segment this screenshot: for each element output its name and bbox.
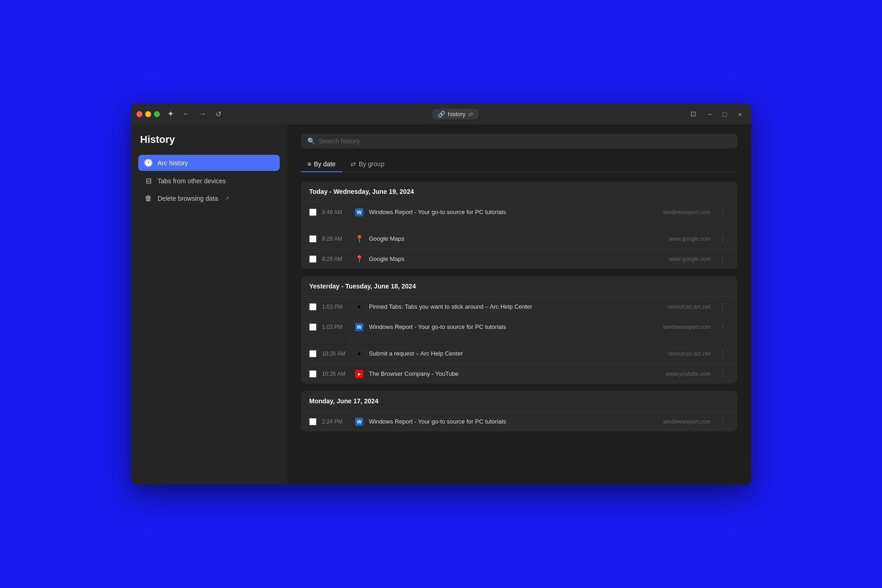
sync-icon: ⇄	[468, 111, 473, 118]
window-maximize-button[interactable]: □	[719, 108, 730, 120]
window-minimize-button[interactable]: −	[704, 108, 715, 120]
entry-checkbox[interactable]	[309, 323, 317, 331]
entry-time: 8:48 AM	[322, 209, 350, 215]
history-panel: 🔍 ≡ By date ⇄ By group Today - Wednesday…	[287, 124, 751, 485]
entry-checkbox[interactable]	[309, 209, 317, 216]
entry-time: 10:26 AM	[322, 371, 350, 377]
time-connector	[350, 337, 351, 343]
sidebar-title: History	[138, 134, 280, 146]
arc-icon[interactable]: ✦	[167, 109, 174, 119]
entry-title: Google Maps	[369, 235, 661, 242]
history-entry[interactable]: 8:28 AM 📍 Google Maps www.google.com ⋮	[301, 249, 737, 269]
tab-favicon-icon: 🔗	[438, 111, 445, 118]
sidebar-item-arc-history[interactable]: 🕐 Arc history	[138, 155, 280, 171]
by-date-label: By date	[314, 160, 335, 168]
entry-title: Windows Report - Your go-to source for P…	[369, 418, 655, 425]
entry-title: Submit a request – Arc Help Center	[369, 350, 660, 357]
entry-more-button[interactable]: ⋮	[716, 207, 729, 217]
entry-time: 8:28 AM	[322, 256, 350, 262]
entry-checkbox[interactable]	[309, 350, 317, 357]
favicon-arc: ✦	[355, 303, 363, 311]
entry-time: 10:28 AM	[322, 351, 350, 357]
search-icon: 🔍	[307, 137, 315, 145]
tab-by-date[interactable]: ≡ By date	[301, 157, 342, 172]
history-entry[interactable]: 8:48 AM W Windows Report - Your go-to so…	[301, 202, 737, 222]
sidebar-item-delete-browsing-data[interactable]: 🗑 Delete browsing data ↗	[138, 191, 280, 206]
entry-checkbox[interactable]	[309, 255, 317, 263]
forward-button[interactable]: →	[196, 108, 209, 120]
sidebar-item-tabs-other-devices[interactable]: ⊟ Tabs from other devices	[138, 173, 280, 189]
history-entry[interactable]: 10:26 AM ▶ The Browser Company - YouTube…	[301, 363, 737, 384]
entry-more-button[interactable]: ⋮	[716, 254, 729, 264]
date-header-today: Today - Wednesday, June 19, 2024	[301, 181, 737, 202]
close-button[interactable]	[136, 111, 142, 117]
delete-browsing-data-icon: 🗑	[144, 194, 153, 203]
entry-more-button[interactable]: ⋮	[716, 416, 729, 427]
split-view-button[interactable]: ⊡	[687, 108, 700, 120]
browser-window: ✦ ← → ↺ 🔗 history ⇄ ⊡ − □ × History 🕐 Ar…	[131, 103, 751, 485]
by-group-label: By group	[359, 160, 384, 168]
search-bar: 🔍	[301, 134, 737, 148]
arc-history-icon: 🕐	[144, 158, 153, 167]
entry-more-button[interactable]: ⋮	[716, 301, 729, 312]
entry-time: 1:03 PM	[322, 324, 350, 330]
entry-title: Pinned Tabs: Tabs you want to stick arou…	[369, 303, 660, 310]
by-date-icon: ≡	[307, 160, 311, 168]
entry-more-button[interactable]: ⋮	[716, 348, 729, 359]
title-bar-left: ✦ ← → ↺	[136, 108, 224, 120]
date-header-yesterday: Yesterday - Tuesday, June 18, 2024	[301, 276, 737, 296]
entry-time: 1:03 PM	[322, 304, 350, 310]
entry-domain: www.youtube.com	[666, 371, 711, 377]
entry-domain: windowsreport.com	[663, 324, 711, 330]
entry-time: 8:28 AM	[322, 236, 350, 242]
tab-bar: ≡ By date ⇄ By group	[301, 157, 737, 172]
entry-domain: resources.arc.net	[668, 304, 711, 310]
entry-checkbox[interactable]	[309, 303, 317, 311]
refresh-button[interactable]: ↺	[213, 108, 224, 120]
favicon-arc: ✦	[355, 350, 363, 358]
sidebar-item-tabs-other-devices-label: Tabs from other devices	[158, 177, 226, 185]
section-yesterday: Yesterday - Tuesday, June 18, 2024 1:03 …	[301, 276, 737, 384]
favicon-windows-report: W	[355, 208, 363, 216]
entry-more-button[interactable]: ⋮	[716, 322, 729, 332]
maximize-button[interactable]	[154, 111, 160, 117]
section-today: Today - Wednesday, June 19, 2024 8:48 AM…	[301, 181, 737, 269]
search-input[interactable]	[319, 137, 731, 145]
window-close-button[interactable]: ×	[734, 108, 746, 120]
time-connector	[350, 222, 351, 228]
entry-checkbox[interactable]	[309, 235, 317, 243]
entry-title: Windows Report - Your go-to source for P…	[369, 323, 655, 330]
history-entry[interactable]: 8:28 AM 📍 Google Maps www.google.com ⋮	[301, 228, 737, 249]
title-bar-right: ⊡ − □ ×	[687, 108, 746, 120]
tab-by-group[interactable]: ⇄ By group	[344, 157, 391, 172]
entry-domain: www.google.com	[669, 236, 711, 242]
history-entry[interactable]: 1:03 PM ✦ Pinned Tabs: Tabs you want to …	[301, 296, 737, 317]
entry-domain: www.google.com	[669, 256, 711, 262]
date-header-monday: Monday, June 17, 2024	[301, 391, 737, 411]
back-button[interactable]: ←	[180, 108, 192, 120]
entry-more-button[interactable]: ⋮	[716, 368, 729, 379]
favicon-windows-report: W	[355, 323, 363, 331]
entry-checkbox[interactable]	[309, 418, 317, 425]
sidebar: History 🕐 Arc history ⊟ Tabs from other …	[131, 124, 287, 485]
entry-more-button[interactable]: ⋮	[716, 233, 729, 244]
entry-checkbox[interactable]	[309, 370, 317, 378]
tab-title: history	[448, 111, 465, 118]
external-link-icon: ↗	[225, 195, 229, 202]
sidebar-item-delete-browsing-data-label: Delete browsing data	[158, 195, 218, 202]
entry-domain: resources.arc.net	[668, 351, 711, 357]
history-entry[interactable]: 2:24 PM W Windows Report - Your go-to so…	[301, 411, 737, 431]
main-content: History 🕐 Arc history ⊟ Tabs from other …	[131, 124, 751, 485]
history-entry[interactable]: 10:28 AM ✦ Submit a request – Arc Help C…	[301, 343, 737, 363]
favicon-google-maps: 📍	[355, 235, 363, 243]
entry-domain: windowsreport.com	[663, 418, 711, 425]
entry-title: The Browser Company - YouTube	[369, 370, 658, 377]
section-monday: Monday, June 17, 2024 2:24 PM W Windows …	[301, 391, 737, 431]
address-tab[interactable]: 🔗 history ⇄	[432, 109, 479, 119]
favicon-youtube: ▶	[355, 370, 363, 378]
minimize-button[interactable]	[145, 111, 151, 117]
entry-domain: windowsreport.com	[663, 209, 711, 215]
entry-title: Google Maps	[369, 255, 661, 262]
sidebar-item-arc-history-label: Arc history	[158, 159, 188, 167]
history-entry[interactable]: 1:03 PM W Windows Report - Your go-to so…	[301, 317, 737, 337]
